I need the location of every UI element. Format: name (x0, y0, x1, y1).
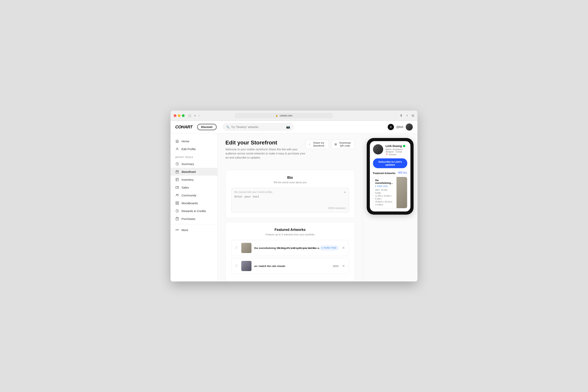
verified-icon (403, 145, 405, 147)
lock-icon: 🔒 (276, 114, 278, 117)
sidebar-item-edit-profile[interactable]: Edit Profile (170, 145, 217, 153)
share-page-button[interactable]: ⬆ (400, 113, 403, 118)
search-input[interactable] (231, 126, 284, 128)
artwork-thumbnail (241, 243, 252, 253)
pin-icon: 📍 (386, 154, 388, 156)
url-display: cohart.com (280, 114, 292, 117)
sidebar-item-home[interactable]: Home (170, 137, 217, 145)
page-subtitle: Welcome to your mobile storefront! Share… (226, 148, 306, 160)
user-icon (175, 147, 179, 151)
phone-avatar (373, 144, 383, 154)
search-icon: 🔍 (226, 126, 230, 128)
sidebar-moodboards-label: Moodboards (182, 202, 198, 205)
rare-find-label: RARE FIND (324, 246, 336, 249)
drag-handle-icon[interactable]: ⠿ (234, 264, 238, 268)
discover-button[interactable]: Discover (197, 124, 216, 130)
svg-point-0 (176, 148, 178, 149)
close-window-button[interactable] (174, 114, 176, 117)
svg-rect-8 (178, 202, 179, 203)
share-storefront-button[interactable]: ↑ Share my Storefront (306, 140, 329, 149)
rewards-icon (175, 209, 179, 213)
share-storefront-label: Share my Storefront (312, 141, 326, 147)
phone-mockup: Linh Duong @linh • they/them · designer … (367, 138, 414, 214)
sidebar-item-rewards[interactable]: Rewards & Credits (170, 207, 217, 215)
sidebar-item-community[interactable]: Community (170, 191, 217, 199)
cohart-logo: COHART (175, 124, 192, 130)
artwork-item: ⠿ as i watch the rain clouds 2023 ✕ (231, 258, 349, 274)
sidebar: Home Edit Profile ARTIST TOOLS Summary (170, 133, 218, 282)
rare-find-badge: ♥ RARE FIND (319, 246, 338, 250)
download-qr-label: Download QR code (338, 141, 352, 147)
sidebar-inventory-label: Inventory (182, 178, 194, 181)
new-tab-button[interactable]: ＋ (405, 113, 409, 118)
phone-artwork-meta-3: 29.69cm x 42.01cm x 0.99cm (375, 200, 393, 206)
camera-icon[interactable]: 📷 (286, 125, 290, 129)
add-button[interactable]: + (388, 124, 394, 130)
sidebar-item-moodboards[interactable]: Moodboards (170, 199, 217, 207)
phone-name-row: Linh Duong (386, 144, 407, 148)
main-area: Home Edit Profile ARTIST TOOLS Summary (170, 133, 418, 282)
chevron-down-icon[interactable]: ▾ (194, 114, 196, 118)
phone-profile-header: Linh Duong @linh • they/them · designer … (373, 144, 407, 156)
browser-actions: ⬆ ＋ ⧉ (400, 113, 414, 118)
header-actions: ↑ Share my Storefront ⊞ Download QR code (306, 140, 355, 149)
svg-rect-7 (176, 202, 177, 203)
svg-rect-2 (176, 171, 178, 173)
drag-handle-icon[interactable]: ⠿ (234, 246, 238, 250)
tabs-button[interactable]: ⧉ (412, 114, 414, 118)
browser-chrome: ⬜ ▾ ‹ 🔒 cohart.com ⬆ ＋ ⧉ (170, 110, 418, 121)
sidebar-summary-label: Summary (182, 162, 194, 166)
subscribe-button[interactable]: Subscribe to Linh's updates (373, 158, 407, 168)
share-icon: ↑ (309, 143, 310, 146)
phone-see-all[interactable]: SEE ALL (398, 171, 407, 174)
search-bar[interactable]: 🔍 📷 (223, 123, 294, 130)
bio-textarea[interactable] (234, 195, 346, 204)
nav-right: + @linh (388, 124, 413, 130)
phone-artwork-card: the overwhelming... ♥ RARE FIND 2023 · O… (373, 177, 407, 208)
download-qr-button[interactable]: ⊞ Download QR code (331, 140, 355, 149)
artwork-thumb-image (241, 243, 252, 253)
remove-artwork-button[interactable]: ✕ (341, 263, 346, 269)
featured-artworks-card: Featured Artworks Feature up to 5 artwor… (226, 222, 355, 282)
sidebar-item-purchases[interactable]: Purchases (170, 215, 217, 223)
edit-bio-icon[interactable]: ✏ (344, 191, 346, 194)
sidebar-divider (170, 224, 217, 224)
back-button[interactable]: ‹ (198, 114, 200, 118)
bio-char-count: 0/500 characters (234, 207, 346, 210)
sidebar-rewards-label: Rewards & Credits (182, 209, 206, 213)
purchases-icon (175, 217, 179, 221)
sidebar-home-label: Home (182, 140, 189, 143)
bio-label: Bio (synced with your Cohart profile) (234, 191, 346, 194)
maximize-window-button[interactable] (182, 114, 185, 117)
sidebar-item-sales[interactable]: Sales (170, 184, 217, 191)
minimize-window-button[interactable] (178, 114, 180, 117)
artwork-item: ⠿ the overwhelming life engulfs and spit… (231, 240, 349, 256)
artwork-medium: On film · Kodak Vision... (289, 246, 316, 250)
phone-featured-title: Featured Artworks (373, 172, 395, 175)
avatar[interactable] (406, 124, 413, 130)
moodboards-icon (175, 201, 179, 205)
phone-artwork-meta: 2023 · On film · Kodak... 11.69in x 16.5… (375, 188, 393, 206)
artworks-card-title: Featured Artworks (231, 228, 349, 232)
sidebar-storefront-label: Storefront (182, 170, 196, 174)
artwork-thumb-image (241, 261, 252, 271)
sidebar-item-storefront[interactable]: Storefront (170, 168, 217, 176)
phone-artwork-name: the overwhelming... (375, 179, 393, 184)
phone-rare-badge: ♥ RARE FIND (375, 185, 393, 188)
more-icon: ••• (175, 228, 179, 232)
top-nav: COHART Discover 🔍 📷 + @linh (170, 121, 418, 133)
sidebar-item-inventory[interactable]: Inventory (170, 176, 217, 184)
artwork-thumbnail (241, 261, 252, 271)
preview-panel: Linh Duong @linh • they/them · designer … (362, 133, 418, 282)
phone-artwork-meta-1: 2023 · On film · Kodak... (375, 188, 393, 194)
remove-artwork-button[interactable]: ✕ (341, 245, 346, 251)
sidebar-item-more[interactable]: ••• More (170, 226, 217, 234)
artist-tools-label: ARTIST TOOLS (170, 153, 217, 160)
sidebar-item-summary[interactable]: Summary (170, 160, 217, 168)
sidebar-toggle-button[interactable]: ⬜ (187, 114, 192, 118)
phone-profile-info: Linh Duong @linh • they/them · designer … (386, 144, 407, 156)
svg-point-5 (176, 194, 178, 195)
phone-handle: @linh • they/them · designer · Cohart (386, 148, 407, 153)
address-bar[interactable]: 🔒 cohart.com (235, 113, 333, 118)
home-icon (175, 139, 179, 143)
